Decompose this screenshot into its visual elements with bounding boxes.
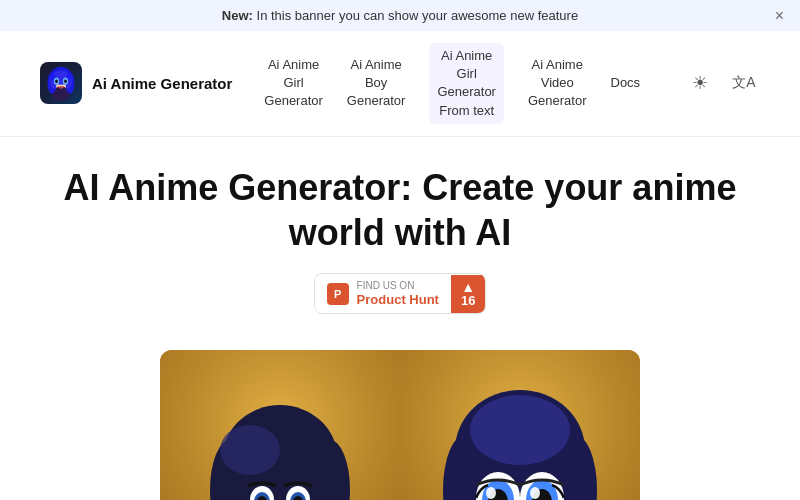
ph-upvote-count: ▲ 16: [451, 275, 485, 313]
ph-arrow-icon: ▲: [461, 280, 475, 294]
sun-icon: ☀: [692, 72, 708, 94]
translate-icon: 文A: [732, 74, 755, 92]
svg-point-35: [470, 395, 570, 465]
logo-image: [40, 62, 82, 104]
hero-title: AI Anime Generator: Create your anime wo…: [40, 165, 760, 255]
preview-anime-photo: [400, 350, 640, 500]
logo-link[interactable]: Ai Anime Generator: [40, 62, 232, 104]
nav-item-girl-generator[interactable]: Ai AnimeGirlGenerator: [264, 56, 323, 111]
ph-text: FIND US ON Product Hunt: [357, 280, 439, 308]
hero-section: AI Anime Generator: Create your anime wo…: [0, 137, 800, 351]
product-hunt-badge[interactable]: P FIND US ON Product Hunt ▲ 16: [314, 273, 487, 315]
ph-logo-icon: P: [327, 283, 349, 305]
logo-text: Ai Anime Generator: [92, 75, 232, 92]
nav-item-boy-generator[interactable]: Ai AnimeBoyGenerator: [347, 56, 406, 111]
nav-links: Ai AnimeGirlGenerator Ai AnimeBoyGenerat…: [264, 43, 652, 124]
svg-point-7: [55, 80, 58, 84]
svg-point-43: [530, 487, 540, 499]
svg-point-42: [486, 487, 496, 499]
preview-container: [160, 350, 640, 500]
svg-point-8: [64, 80, 67, 84]
nav-item-from-text[interactable]: Ai AnimeGirlGeneratorFrom text: [429, 43, 504, 124]
nav-item-video-generator[interactable]: Ai AnimeVideoGenerator: [528, 56, 587, 111]
nav-right-icons: ☀ 文A: [684, 67, 760, 99]
banner-text: New: In this banner you can show your aw…: [222, 8, 578, 23]
announcement-banner: New: In this banner you can show your aw…: [0, 0, 800, 31]
image-preview-section: [0, 350, 800, 500]
ph-badge-left: P FIND US ON Product Hunt: [315, 274, 451, 314]
nav-item-docs[interactable]: Docs: [611, 74, 641, 92]
svg-point-17: [220, 425, 280, 475]
preview-real-photo: [160, 350, 400, 500]
language-toggle-button[interactable]: 文A: [728, 67, 760, 99]
main-nav: Ai Anime Generator Ai AnimeGirlGenerator…: [0, 31, 800, 137]
banner-close-button[interactable]: ×: [775, 8, 784, 24]
ph-count-number: 16: [461, 294, 475, 307]
theme-toggle-button[interactable]: ☀: [684, 67, 716, 99]
